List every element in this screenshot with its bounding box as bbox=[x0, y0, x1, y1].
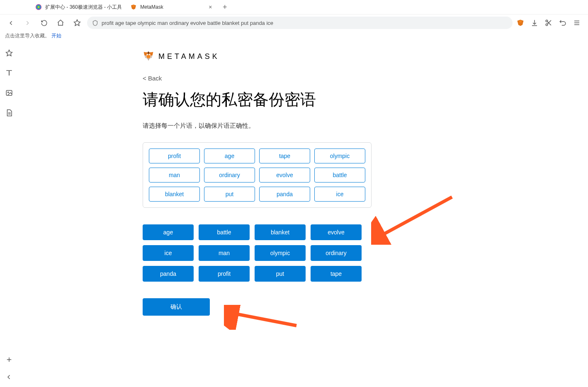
svg-line-33 bbox=[232, 313, 296, 326]
address-bar-row bbox=[0, 15, 588, 31]
tab-metamask[interactable]: MetaMask × bbox=[126, 0, 217, 14]
left-sidebar bbox=[0, 41, 18, 387]
annotation-arrow-1 bbox=[371, 195, 454, 245]
logo-row: METAMASK bbox=[143, 51, 400, 62]
option-word[interactable]: panda bbox=[143, 266, 194, 282]
address-bar[interactable] bbox=[87, 17, 513, 29]
selected-word[interactable]: age bbox=[204, 148, 255, 163]
toolbar-right bbox=[516, 18, 584, 27]
star-button[interactable] bbox=[70, 16, 84, 29]
selected-word[interactable]: profit bbox=[149, 148, 200, 163]
svg-line-31 bbox=[379, 197, 452, 236]
main-content: METAMASK < Back 请确认您的私密备份密语 请选择每一个片语，以确保… bbox=[18, 41, 588, 387]
metamask-fox-icon bbox=[143, 51, 154, 62]
svg-marker-3 bbox=[74, 20, 80, 26]
tab-extensions[interactable]: 扩展中心 - 360极速浏览器 - 小工具 bbox=[31, 0, 126, 14]
bookmark-hint: 点击这里导入收藏。 bbox=[5, 32, 50, 39]
selected-word[interactable]: blanket bbox=[149, 187, 200, 202]
download-icon[interactable] bbox=[530, 18, 539, 27]
back-button[interactable] bbox=[4, 16, 17, 29]
collapse-icon[interactable] bbox=[5, 373, 13, 381]
selected-words-box: profit age tape olympic man ordinary evo… bbox=[143, 142, 372, 208]
option-word[interactable]: tape bbox=[311, 266, 362, 282]
undo-icon[interactable] bbox=[558, 18, 567, 27]
selected-word[interactable]: battle bbox=[314, 168, 365, 183]
page-title: 请确认您的私密备份密语 bbox=[143, 89, 400, 110]
selected-word[interactable]: ice bbox=[314, 187, 365, 202]
option-word[interactable]: blanket bbox=[255, 224, 306, 240]
metamask-extension-icon[interactable] bbox=[516, 18, 525, 27]
address-input[interactable] bbox=[102, 20, 508, 26]
confirm-button[interactable]: 确认 bbox=[143, 298, 210, 316]
scissors-icon[interactable] bbox=[544, 18, 553, 27]
option-word[interactable]: battle bbox=[199, 224, 250, 240]
selected-word[interactable]: evolve bbox=[259, 168, 310, 183]
option-word[interactable]: olympic bbox=[255, 245, 306, 261]
tab-bar: 扩展中心 - 360极速浏览器 - 小工具 MetaMask × + bbox=[0, 0, 588, 15]
option-word[interactable]: ordinary bbox=[311, 245, 362, 261]
annotation-arrow-2 bbox=[224, 305, 299, 330]
selected-word[interactable]: man bbox=[149, 168, 200, 183]
svg-marker-24 bbox=[150, 52, 153, 56]
option-word[interactable]: evolve bbox=[311, 224, 362, 240]
tab-label: MetaMask bbox=[140, 4, 163, 10]
home-button[interactable] bbox=[54, 16, 67, 29]
menu-icon[interactable] bbox=[572, 18, 581, 27]
svg-marker-23 bbox=[144, 52, 148, 56]
svg-marker-13 bbox=[6, 50, 12, 56]
shield-icon bbox=[92, 20, 98, 26]
selected-word[interactable]: olympic bbox=[314, 148, 365, 163]
back-link[interactable]: < Back bbox=[143, 75, 162, 82]
svg-point-0 bbox=[36, 4, 41, 10]
selected-word[interactable]: ordinary bbox=[204, 168, 255, 183]
option-word[interactable]: ice bbox=[143, 245, 194, 261]
forward-button[interactable] bbox=[21, 16, 34, 29]
reload-button[interactable] bbox=[37, 16, 51, 29]
logo-text: METAMASK bbox=[158, 52, 220, 61]
document-icon[interactable] bbox=[5, 109, 13, 117]
image-icon[interactable] bbox=[5, 89, 13, 97]
bookmark-bar: 点击这里导入收藏。 开始 bbox=[0, 31, 588, 40]
word-options-grid: age battle blanket evolve ice man olympi… bbox=[143, 224, 362, 282]
selected-word[interactable]: put bbox=[204, 187, 255, 202]
option-word[interactable]: man bbox=[199, 245, 250, 261]
360-favicon-icon bbox=[35, 4, 42, 10]
selected-word[interactable]: tape bbox=[259, 148, 310, 163]
star-outline-icon[interactable] bbox=[5, 49, 13, 57]
option-word[interactable]: profit bbox=[199, 266, 250, 282]
page-subtitle: 请选择每一个片语，以确保片语正确性。 bbox=[143, 122, 400, 130]
bookmark-start-link[interactable]: 开始 bbox=[51, 32, 61, 39]
svg-point-6 bbox=[546, 20, 548, 22]
book-icon[interactable] bbox=[5, 69, 13, 77]
option-word[interactable]: put bbox=[255, 266, 306, 282]
close-tab-icon[interactable]: × bbox=[207, 4, 213, 10]
new-tab-button[interactable]: + bbox=[219, 1, 231, 13]
tab-label: 扩展中心 - 360极速浏览器 - 小工具 bbox=[45, 4, 122, 11]
plus-icon[interactable] bbox=[5, 355, 13, 364]
selected-word[interactable]: panda bbox=[259, 187, 310, 202]
fox-favicon-icon bbox=[130, 4, 137, 10]
svg-point-7 bbox=[546, 24, 548, 26]
option-word[interactable]: age bbox=[143, 224, 194, 240]
svg-point-15 bbox=[8, 92, 9, 92]
